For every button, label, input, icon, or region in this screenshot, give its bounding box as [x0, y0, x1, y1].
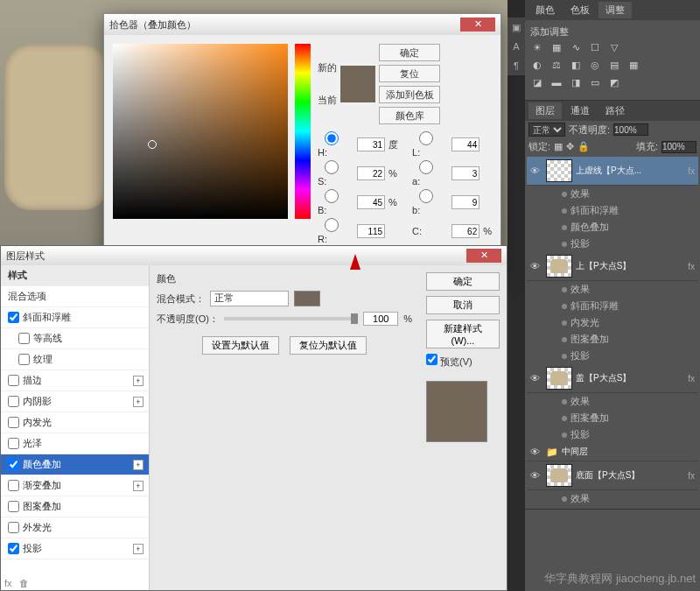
- layer-style-titlebar[interactable]: 图层样式 ✕: [1, 246, 507, 265]
- add-swatch-button[interactable]: 添加到色板: [379, 86, 440, 103]
- layer-row[interactable]: 👁 📁 中间层: [527, 443, 698, 461]
- visibility-icon[interactable]: 👁: [530, 261, 542, 271]
- layer-row[interactable]: 👁 底面【P大点S】 fx: [527, 461, 698, 490]
- tab-channels[interactable]: 通道: [564, 102, 597, 119]
- gradmap-icon[interactable]: ▭: [588, 77, 602, 91]
- color-lib-button[interactable]: 颜色库: [379, 107, 440, 124]
- poster-icon[interactable]: ▬: [550, 77, 564, 91]
- hue-slider[interactable]: [295, 44, 311, 219]
- brightness-icon[interactable]: ☀: [530, 42, 544, 56]
- sidebar-grad-overlay[interactable]: 渐变叠加+: [1, 475, 149, 496]
- reset-default-button[interactable]: 复位为默认值: [290, 336, 367, 355]
- fx-pat-overlay[interactable]: 图案叠加: [527, 331, 698, 348]
- a-input[interactable]: [452, 166, 480, 180]
- layer-thumb[interactable]: [546, 367, 572, 390]
- visibility-icon[interactable]: 👁: [530, 447, 542, 457]
- layer-row[interactable]: 👁 盖【P大点S】 fx: [527, 364, 698, 393]
- c-input[interactable]: [452, 224, 480, 238]
- fill-input[interactable]: [662, 141, 696, 153]
- fx-drop[interactable]: 投影: [527, 348, 698, 364]
- color-picker-titlebar[interactable]: 拾色器（叠加颜色） ✕: [104, 14, 500, 35]
- layer-thumb[interactable]: [546, 464, 572, 487]
- fx-bevel[interactable]: 斜面和浮雕: [527, 202, 698, 219]
- l-input[interactable]: [452, 137, 480, 151]
- sidebar-contour[interactable]: 等高线: [1, 328, 149, 349]
- b2-radio[interactable]: [412, 189, 440, 203]
- fx-bevel[interactable]: 斜面和浮雕: [527, 298, 698, 314]
- new-style-button[interactable]: 新建样式(W)...: [426, 320, 500, 348]
- bw-icon[interactable]: ◧: [569, 60, 583, 74]
- r-radio[interactable]: [318, 218, 346, 232]
- close-icon[interactable]: ✕: [466, 249, 501, 263]
- tab-adjust[interactable]: 调整: [598, 2, 632, 18]
- cancel-button[interactable]: 复位: [379, 65, 440, 82]
- lock-pixels-icon[interactable]: ▦: [554, 141, 563, 152]
- fx-drop[interactable]: 投影: [527, 426, 698, 443]
- sidebar-styles[interactable]: 样式: [1, 265, 149, 286]
- s-input[interactable]: [357, 166, 385, 180]
- fx-effects[interactable]: 效果: [527, 393, 698, 410]
- levels-icon[interactable]: ▦: [550, 42, 564, 56]
- tab-swatch[interactable]: 色板: [564, 2, 597, 18]
- opacity-input[interactable]: [363, 312, 398, 326]
- curves-icon[interactable]: ∿: [569, 42, 583, 56]
- sidebar-pat-overlay[interactable]: 图案叠加: [1, 496, 149, 517]
- overlay-color-swatch[interactable]: [294, 291, 320, 306]
- h-radio[interactable]: [318, 131, 346, 145]
- b-radio[interactable]: [318, 189, 346, 203]
- preview-checkbox[interactable]: 预览(V): [426, 354, 500, 369]
- layer-row[interactable]: 👁 上【P大点S】 fx: [527, 252, 698, 281]
- cancel-button[interactable]: 取消: [426, 296, 500, 314]
- visibility-icon[interactable]: 👁: [530, 470, 542, 481]
- char-icon[interactable]: A: [508, 37, 525, 56]
- selcolor-icon[interactable]: ◩: [607, 77, 621, 91]
- layer-opacity-input[interactable]: [613, 123, 648, 136]
- blend-mode-select[interactable]: 正常: [528, 123, 565, 137]
- sidebar-texture[interactable]: 纹理: [1, 349, 149, 370]
- bv-input[interactable]: [357, 195, 385, 209]
- h-input[interactable]: [357, 137, 385, 151]
- trash-icon[interactable]: 🗑: [19, 578, 29, 588]
- a-radio[interactable]: [412, 160, 440, 174]
- opacity-slider[interactable]: [224, 317, 358, 320]
- sidebar-satin[interactable]: 光泽: [1, 433, 149, 454]
- mixer-icon[interactable]: ▤: [607, 60, 621, 74]
- visibility-icon[interactable]: 👁: [530, 373, 542, 383]
- r-input[interactable]: [357, 224, 385, 238]
- blend-mode-select[interactable]: 正常: [210, 291, 289, 306]
- fx-drop[interactable]: 投影: [527, 236, 698, 252]
- close-icon[interactable]: ✕: [460, 18, 495, 32]
- fx-effects[interactable]: 效果: [527, 281, 698, 298]
- exposure-icon[interactable]: ☐: [588, 42, 602, 56]
- photo-filter-icon[interactable]: ◎: [588, 60, 602, 74]
- visibility-icon[interactable]: 👁: [530, 165, 542, 176]
- fx-effects[interactable]: 效果: [527, 186, 698, 202]
- sidebar-stroke[interactable]: 描边+: [1, 370, 149, 391]
- sidebar-inner-glow[interactable]: 内发光: [1, 412, 149, 433]
- color-field[interactable]: [113, 44, 288, 219]
- current-color-swatch[interactable]: [340, 84, 375, 102]
- lock-position-icon[interactable]: ✥: [566, 141, 574, 152]
- tab-layers[interactable]: 图层: [528, 102, 562, 119]
- color-cursor[interactable]: [148, 140, 157, 149]
- tab-color[interactable]: 颜色: [528, 2, 562, 18]
- lookup-icon[interactable]: ▦: [626, 60, 640, 74]
- balance-icon[interactable]: ⚖: [550, 60, 564, 74]
- folder-icon[interactable]: 📁: [546, 447, 558, 458]
- fx-pat-overlay[interactable]: 图案叠加: [527, 410, 698, 426]
- layer-thumb[interactable]: [546, 255, 572, 278]
- sidebar-inner-shadow[interactable]: 内阴影+: [1, 391, 149, 412]
- fx-inner-glow[interactable]: 内发光: [527, 314, 698, 331]
- sidebar-outer-glow[interactable]: 外发光: [1, 517, 149, 538]
- sidebar-bevel[interactable]: 斜面和浮雕: [1, 307, 149, 328]
- layer-thumb[interactable]: [546, 159, 572, 182]
- invert-icon[interactable]: ◪: [530, 77, 544, 91]
- s-radio[interactable]: [318, 160, 346, 174]
- set-default-button[interactable]: 设置为默认值: [202, 336, 279, 355]
- fx-effects[interactable]: 效果: [527, 490, 698, 507]
- threshold-icon[interactable]: ◨: [569, 77, 583, 91]
- sidebar-blend-options[interactable]: 混合选项: [1, 286, 149, 307]
- hue-icon[interactable]: ◐: [530, 60, 544, 74]
- vibrance-icon[interactable]: ▽: [607, 42, 621, 56]
- b2-input[interactable]: [452, 195, 480, 209]
